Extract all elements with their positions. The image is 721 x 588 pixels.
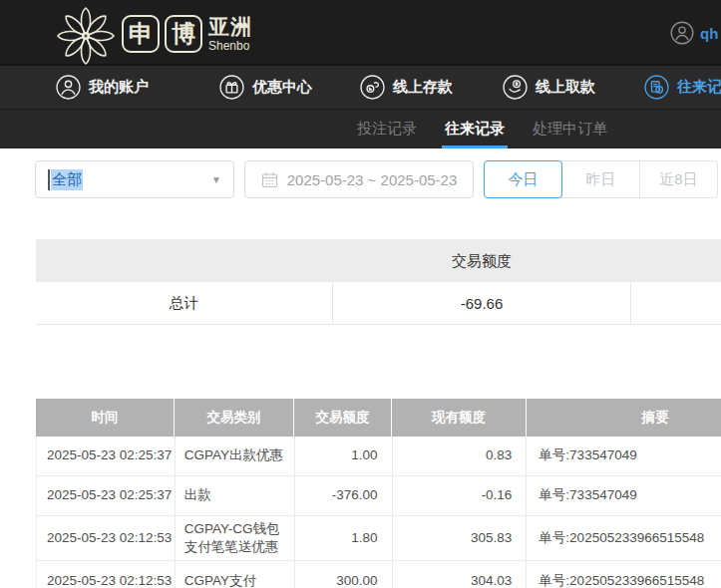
summary-table: 交易额度 总计 -69.66 <box>36 239 721 325</box>
cell-summary: 单号:733547049 <box>527 437 721 475</box>
yesterday-button[interactable]: 昨日 <box>561 160 640 198</box>
brand-logo[interactable]: 申 博 亚洲 Shenbo <box>54 2 252 66</box>
nav-item-label: 往来记录 <box>677 78 721 97</box>
summary-table-header: 交易额度 <box>36 239 721 282</box>
cell-amount: 1.00 <box>295 437 393 475</box>
type-select-value: 全部 <box>51 169 83 190</box>
cell-amount: -376.00 <box>295 476 393 515</box>
cell-amount: 300.00 <box>295 561 393 588</box>
tab-label: 投注记录 <box>357 120 417 137</box>
nav-item-label: 优惠中心 <box>252 78 312 97</box>
table-row: 2025-05-23 02:25:37 CGPAY出款优惠 1.00 0.83 … <box>36 437 721 476</box>
cell-type: 出款 <box>176 476 295 515</box>
cell-balance: 305.83 <box>393 516 528 560</box>
cell-summary: 单号:733547049 <box>527 476 721 515</box>
tab-transaction-records[interactable]: 往来记录 <box>445 110 505 149</box>
transaction-type-select[interactable]: 全部 ▼ <box>35 160 234 198</box>
cell-type: CGPAY支付 <box>176 561 295 588</box>
cell-balance: 0.83 <box>393 437 528 475</box>
column-header-time: 时间 <box>36 399 175 437</box>
transactions-table: 时间 交易类别 交易额度 现有额度 摘要 2025-05-23 02:25:37… <box>36 399 721 588</box>
table-row: 2025-05-23 02:12:53 CGPAY-CG钱包支付笔笔送优惠 1.… <box>36 516 721 561</box>
content-area: 全部 ▼ 2025-05-23 ~ 2025-05-23 今日 昨日 近8日 交… <box>0 148 721 588</box>
record-tabs-bar: 投注记录 往来记录 处理中订单 <box>0 109 721 148</box>
column-header-amount: 交易额度 <box>294 399 392 437</box>
account-icon <box>56 75 81 100</box>
top-brand-bar: 申 博 亚洲 Shenbo qh <box>0 0 721 66</box>
cell-type: CGPAY-CG钱包支付笔笔送优惠 <box>176 516 295 560</box>
cell-type: CGPAY出款优惠 <box>176 437 295 475</box>
column-header-summary: 摘要 <box>527 399 721 437</box>
nav-item-label: 我的账户 <box>89 78 149 97</box>
brand-char-2: 博 <box>165 15 202 53</box>
column-header-balance: 现有额度 <box>392 399 527 437</box>
quick-date-buttons: 今日 昨日 近8日 <box>484 160 718 198</box>
brand-name-boxes: 申 博 <box>122 15 202 53</box>
calendar-icon <box>261 171 278 188</box>
records-icon <box>644 75 669 100</box>
cell-time: 2025-05-23 02:12:53 <box>37 561 176 588</box>
last-8-days-button[interactable]: 近8日 <box>639 160 718 198</box>
table-row: 2025-05-23 02:25:37 出款 -376.00 -0.16 单号:… <box>36 476 721 516</box>
user-avatar-icon <box>670 21 694 45</box>
withdraw-icon <box>503 75 528 100</box>
nav-item-withdraw[interactable]: 线上取款 <box>503 66 595 109</box>
username: qh <box>700 25 718 42</box>
summary-total-row: 总计 -69.66 <box>36 282 721 325</box>
nav-item-transaction-records[interactable]: 往来记录 <box>644 66 721 109</box>
brand-region-cn: 亚洲 <box>208 16 252 37</box>
nav-item-label: 线上取款 <box>536 78 595 97</box>
tab-label: 往来记录 <box>445 120 505 137</box>
deposit-icon <box>360 75 385 100</box>
cell-time: 2025-05-23 02:25:37 <box>37 476 176 515</box>
cell-balance: -0.16 <box>393 476 528 515</box>
user-account-menu[interactable]: qh <box>670 21 718 45</box>
gift-icon <box>219 75 244 100</box>
brand-region: 亚洲 Shenbo <box>208 16 252 52</box>
main-navigation: 我的账户 优惠中心 线上存款 线上取款 <box>0 66 721 109</box>
brand-latin: Shenbo <box>208 40 252 52</box>
date-range-picker[interactable]: 2025-05-23 ~ 2025-05-23 <box>244 160 474 198</box>
summary-empty-cell <box>631 282 721 324</box>
nav-item-my-account[interactable]: 我的账户 <box>56 66 149 109</box>
summary-total-label: 总计 <box>36 282 332 324</box>
cell-time: 2025-05-23 02:12:53 <box>37 516 176 560</box>
nav-item-label: 线上存款 <box>393 78 453 97</box>
record-tabs: 投注记录 往来记录 处理中订单 <box>357 110 607 149</box>
cell-amount: 1.80 <box>295 516 393 560</box>
brand-char-1: 申 <box>122 15 160 53</box>
flower-logo-icon <box>54 2 118 66</box>
summary-header-label: 交易额度 <box>332 239 631 282</box>
summary-total-value: -69.66 <box>332 282 631 324</box>
column-header-type: 交易类别 <box>175 399 294 437</box>
table-row: 2025-05-23 02:12:53 CGPAY支付 300.00 304.0… <box>36 561 721 588</box>
cell-time: 2025-05-23 02:25:37 <box>37 437 176 475</box>
transactions-table-header: 时间 交易类别 交易额度 现有额度 摘要 <box>36 399 721 437</box>
tab-bet-records[interactable]: 投注记录 <box>357 110 417 149</box>
chevron-down-icon: ▼ <box>211 174 221 185</box>
tab-label: 处理中订单 <box>533 120 607 137</box>
nav-item-deposit[interactable]: 线上存款 <box>360 66 453 109</box>
date-range-value: 2025-05-23 ~ 2025-05-23 <box>287 171 458 188</box>
cell-summary: 单号:202505233966515548 <box>527 516 721 560</box>
nav-item-promotions[interactable]: 优惠中心 <box>219 66 312 109</box>
today-button[interactable]: 今日 <box>484 160 562 198</box>
tab-pending-orders[interactable]: 处理中订单 <box>533 110 607 149</box>
cell-summary: 单号:202505233966515548 <box>527 561 721 588</box>
cell-balance: 304.03 <box>393 561 528 588</box>
text-cursor <box>48 169 50 190</box>
